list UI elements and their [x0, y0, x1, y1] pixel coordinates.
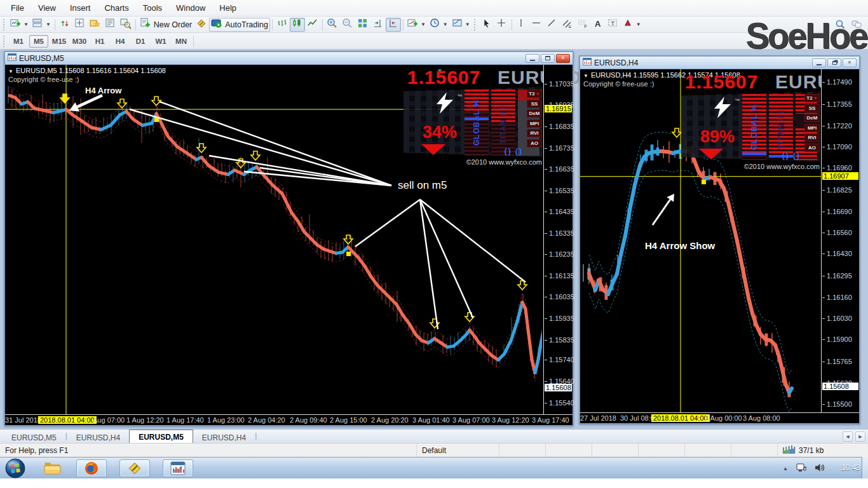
timeframe-m5[interactable]: M5: [29, 35, 48, 48]
price-tick: 1.15765: [827, 358, 852, 365]
trendline-button[interactable]: [545, 18, 560, 32]
symbol-dropdown-icon[interactable]: [583, 73, 588, 79]
maximize-button[interactable]: [541, 54, 555, 63]
line-chart-button[interactable]: [305, 18, 320, 32]
menu-tools[interactable]: Tools: [136, 1, 169, 15]
text-button[interactable]: A: [590, 18, 606, 32]
arrows-button[interactable]: ▼: [621, 18, 643, 32]
vertical-line-button[interactable]: [514, 18, 529, 32]
timeframe-m1[interactable]: M1: [9, 35, 28, 48]
fibonacci-button[interactable]: F: [575, 18, 590, 32]
equidistant-channel-button[interactable]: E: [560, 18, 575, 32]
chat-icon[interactable]: [851, 19, 863, 32]
volume-icon[interactable]: [815, 463, 825, 473]
taskbar-clock[interactable]: 10:43: [841, 463, 860, 472]
bar-chart-button[interactable]: [275, 18, 290, 32]
menu-window[interactable]: Window: [169, 1, 212, 15]
close-button[interactable]: ×: [556, 54, 570, 63]
menu-help[interactable]: Help: [212, 1, 243, 15]
timeframe-h4[interactable]: H4: [111, 35, 130, 48]
zoom-out-button[interactable]: [340, 18, 355, 32]
menu-file[interactable]: File: [4, 1, 31, 15]
dropdown-caret-icon[interactable]: ▼: [443, 22, 448, 27]
tab-scroll-right-icon[interactable]: ►: [855, 431, 865, 442]
new-order-button[interactable]: New Order: [138, 18, 194, 32]
indicators-button[interactable]: ▼: [405, 18, 428, 32]
time-axis[interactable]: 27 Jul 201830 Jul 08:002018.08.01 04:002…: [580, 412, 859, 423]
chart-area[interactable]: H4 Arrowsell on m5 EURUSD,M5 1.15608 1.1…: [5, 65, 573, 425]
menu-view[interactable]: View: [31, 1, 63, 15]
periods-button[interactable]: ▼: [428, 18, 450, 32]
tab-scroll-left-icon[interactable]: ◄: [843, 431, 853, 442]
timeframe-w1[interactable]: W1: [151, 35, 170, 48]
order-add-icon: [140, 18, 151, 31]
symbol-dropdown-icon[interactable]: [8, 69, 13, 74]
tile-windows-button[interactable]: [355, 18, 370, 32]
show-desktop-button[interactable]: [862, 457, 868, 478]
chart-window-eurusd-h4[interactable]: EURUSD,H4 × H4 Arrow Show EURUSD,H4 1.15…: [579, 55, 860, 424]
time-axis[interactable]: 31 Jul 20182018.08.01 04:00Aug 07:001 Au…: [5, 414, 573, 425]
start-button[interactable]: [5, 458, 25, 478]
chart-window-titlebar[interactable]: EURUSD,M5 ×: [5, 52, 573, 65]
crosshair-button[interactable]: [494, 18, 510, 32]
trademark: ™: [735, 98, 740, 104]
toolbar-grip: [3, 36, 6, 47]
dropdown-caret-icon[interactable]: ▼: [421, 22, 426, 27]
explorer-button[interactable]: [43, 459, 62, 478]
data-window-button[interactable]: [72, 18, 88, 32]
status-profile[interactable]: Default: [417, 444, 499, 457]
menu-charts[interactable]: Charts: [97, 1, 135, 15]
close-button[interactable]: ×: [843, 58, 857, 67]
strategy-tester-button[interactable]: [118, 18, 133, 32]
restore-button[interactable]: [827, 58, 841, 67]
tab-eurusd-m5-0[interactable]: EURUSD,M5: [3, 431, 65, 443]
timeframe-m30[interactable]: M30: [70, 35, 89, 48]
chart-window-eurusd-m5[interactable]: EURUSD,M5 × H4 Arrowsell on m5 EURUSD,M5…: [4, 51, 574, 426]
auto-scroll-button[interactable]: [386, 18, 401, 32]
tab-eurusd-h4-3[interactable]: EURUSD,H4: [193, 431, 255, 443]
candlestick-button[interactable]: [290, 18, 305, 32]
metaeditor-button-taskbar[interactable]: [119, 459, 150, 477]
zoom-in-button[interactable]: [325, 18, 340, 32]
metaeditor-button[interactable]: [194, 18, 209, 32]
tab-eurusd-h4-1[interactable]: EURUSD,H4: [67, 431, 129, 443]
time-tick: 2 Aug 09:40: [290, 416, 327, 424]
network-icon[interactable]: [796, 463, 807, 473]
dropdown-caret-icon[interactable]: ▼: [465, 22, 470, 27]
text-label-button[interactable]: T: [606, 18, 621, 32]
terminal-button[interactable]: [103, 18, 118, 32]
templates-button[interactable]: ▼: [450, 18, 472, 32]
tab-eurusd-m5-2[interactable]: EURUSD,M5: [129, 430, 193, 443]
chart-window-titlebar[interactable]: EURUSD,H4 ×: [580, 57, 859, 69]
status-connection: 37/1 kb: [778, 444, 868, 457]
chart-area[interactable]: H4 Arrow Show EURUSD,H4 1.15595 1.15662 …: [580, 69, 859, 423]
market-watch-button[interactable]: [57, 18, 72, 32]
dropdown-caret-icon[interactable]: ▼: [46, 22, 51, 27]
dashboard-indicator: 1.15607 EURUSD ™ 34% GLOBAL % TITAN II™ …: [403, 68, 542, 165]
timeframe-h1[interactable]: H1: [90, 35, 109, 48]
dropdown-caret-icon[interactable]: ▼: [636, 22, 641, 27]
horizontal-line-button[interactable]: [529, 18, 545, 32]
tray-expand-icon[interactable]: [783, 463, 788, 472]
timeframe-mn[interactable]: MN: [172, 35, 191, 48]
mt4-terminal-button[interactable]: [163, 459, 193, 477]
cursor-button[interactable]: [479, 18, 494, 32]
navigator-button[interactable]: [88, 18, 103, 32]
price-scale[interactable]: 1.170351.169351.168351.167351.166351.165…: [543, 65, 573, 414]
minimize-button[interactable]: [526, 54, 539, 63]
timeframe-m15[interactable]: M15: [50, 35, 69, 48]
minimize-button[interactable]: [812, 58, 826, 67]
price-scale[interactable]: 1.174901.173551.172201.170901.169601.168…: [821, 69, 859, 412]
firefox-button[interactable]: [76, 459, 107, 477]
hline-icon: [531, 18, 543, 31]
profiles-button[interactable]: ▼: [31, 18, 53, 32]
timeframe-d1[interactable]: D1: [131, 35, 150, 48]
menu-insert[interactable]: Insert: [63, 1, 98, 15]
zoom-out-icon: [342, 18, 353, 31]
chart-shift-button[interactable]: [370, 18, 386, 32]
terminal-list-icon: [105, 18, 116, 31]
new-chart-button[interactable]: ▼: [8, 18, 31, 32]
autotrading-button[interactable]: AutoTrading: [209, 18, 270, 32]
dropdown-caret-icon[interactable]: ▼: [24, 22, 29, 27]
search-icon[interactable]: [835, 19, 846, 32]
